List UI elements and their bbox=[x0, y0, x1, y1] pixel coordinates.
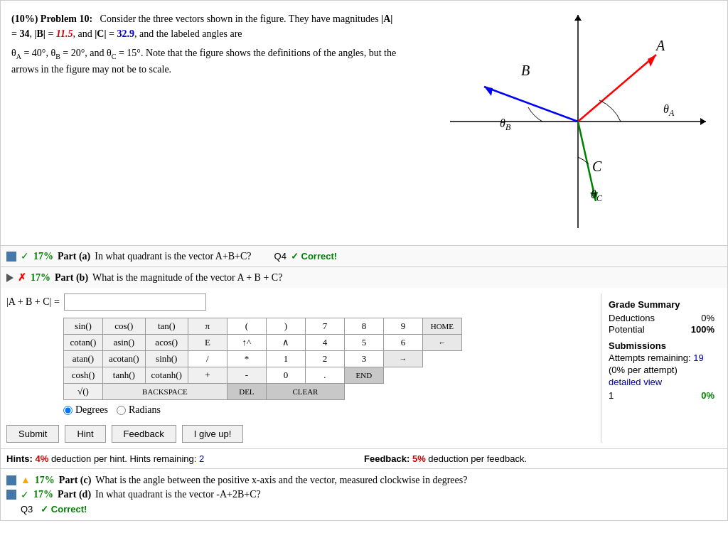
part-b-percent: 17% bbox=[31, 272, 50, 284]
radians-radio[interactable] bbox=[117, 406, 126, 415]
input-row: |A + B + C| = bbox=[6, 294, 601, 311]
potential-value: 100% bbox=[691, 324, 714, 335]
minus-btn[interactable]: - bbox=[227, 367, 266, 384]
svg-text:A: A bbox=[655, 38, 665, 53]
hint-button[interactable]: Hint bbox=[65, 425, 105, 443]
plus-btn[interactable]: + bbox=[188, 367, 227, 384]
svg-line-6 bbox=[484, 87, 578, 122]
part-a-answer-label: Q4 bbox=[274, 251, 287, 262]
part-a-percent: 17% bbox=[33, 251, 53, 262]
rparen-btn[interactable]: ) bbox=[266, 318, 305, 335]
detailed-view-link[interactable]: detailed view bbox=[609, 377, 662, 387]
degrees-radio[interactable] bbox=[63, 406, 73, 415]
part-d-answer-label: Q3 bbox=[21, 504, 33, 515]
detailed-view-row: detailed view bbox=[609, 377, 714, 387]
two-btn[interactable]: 2 bbox=[305, 351, 344, 367]
four-btn[interactable]: 4 bbox=[305, 335, 344, 351]
uparrow-btn[interactable]: ↑^ bbox=[227, 335, 266, 351]
svg-text:B: B bbox=[505, 122, 511, 132]
eight-btn[interactable]: 8 bbox=[344, 318, 383, 335]
part-b-question: What is the magnitude of the vector A + … bbox=[92, 272, 282, 284]
feedback-button[interactable]: Feedback bbox=[112, 425, 176, 443]
acotan-btn[interactable]: acotan() bbox=[103, 351, 146, 367]
submit-button[interactable]: Submit bbox=[6, 425, 59, 443]
right-arrow-btn[interactable]: → bbox=[383, 351, 422, 367]
one-btn[interactable]: 1 bbox=[266, 351, 305, 367]
svg-text:θ: θ bbox=[500, 117, 505, 129]
calc-table: sin() cos() tan() π ( ) 7 8 9 HOME bbox=[63, 318, 462, 400]
svg-text:C: C bbox=[592, 158, 602, 174]
attempts-value[interactable]: 19 bbox=[693, 352, 703, 363]
del-btn[interactable]: DEL bbox=[227, 384, 266, 400]
part-d-icon bbox=[6, 490, 16, 500]
dot-btn[interactable]: . bbox=[305, 367, 344, 384]
six-btn[interactable]: 6 bbox=[383, 335, 422, 351]
cosh-btn[interactable]: cosh() bbox=[64, 367, 103, 384]
part-b-section: ✗ 17% Part (b) What is the magnitude of … bbox=[0, 267, 728, 469]
E-btn[interactable]: E bbox=[188, 335, 227, 351]
backspace-btn[interactable]: BACKSPACE bbox=[103, 384, 228, 400]
part-d-label: Part (d) bbox=[58, 489, 91, 500]
tan-btn[interactable]: tan() bbox=[145, 318, 188, 335]
svg-text:θ: θ bbox=[663, 103, 669, 115]
part-d-checkmark: ✓ bbox=[21, 489, 29, 501]
give-up-button[interactable]: I give up! bbox=[182, 425, 244, 443]
hints-remaining[interactable]: 2 bbox=[199, 453, 204, 464]
home-btn[interactable]: HOME bbox=[422, 318, 461, 335]
three-btn[interactable]: 3 bbox=[344, 351, 383, 367]
potential-row: Potential 100% bbox=[609, 324, 714, 335]
slash-btn[interactable]: / bbox=[188, 351, 227, 367]
attempts-row: Attempts remaining: 19 bbox=[609, 352, 714, 363]
degrees-option[interactable]: Degrees bbox=[63, 404, 108, 416]
grade-summary: Grade Summary Deductions 0% Potential 10… bbox=[601, 294, 722, 443]
deductions-row: Deductions 0% bbox=[609, 313, 714, 323]
tanh-btn[interactable]: tanh() bbox=[103, 367, 146, 384]
cotanh-btn[interactable]: cotanh() bbox=[145, 367, 188, 384]
atan-btn[interactable]: atan() bbox=[64, 351, 103, 367]
vector-diagram: A θ A B θ B C θ C bbox=[407, 8, 720, 235]
clear-btn[interactable]: CLEAR bbox=[266, 384, 344, 400]
cotan-btn[interactable]: cotan() bbox=[64, 335, 103, 351]
part-c-percent: 17% bbox=[35, 475, 55, 486]
part-b-main: |A + B + C| = sin() cos() tan() π ( ) 7 bbox=[6, 294, 601, 443]
radians-option[interactable]: Radians bbox=[117, 404, 161, 416]
hints-text: deduction per hint. Hints remaining: bbox=[51, 453, 199, 464]
part-a-label: Part (a) bbox=[58, 251, 90, 262]
lparen-btn[interactable]: ( bbox=[227, 318, 266, 335]
part-b-label: Part (b) bbox=[55, 272, 88, 284]
submissions-label: Submissions bbox=[609, 340, 714, 351]
svg-marker-5 bbox=[648, 55, 656, 67]
svg-text:θ: θ bbox=[591, 188, 596, 200]
pi-btn[interactable]: π bbox=[188, 318, 227, 335]
part-b-header: ✗ 17% Part (b) What is the magnitude of … bbox=[1, 267, 727, 288]
cos-btn[interactable]: cos() bbox=[103, 318, 146, 335]
nine-btn[interactable]: 9 bbox=[383, 318, 422, 335]
caret-btn[interactable]: ∧ bbox=[266, 335, 305, 351]
action-buttons: Submit Hint Feedback I give up! bbox=[6, 425, 601, 443]
svg-line-4 bbox=[578, 55, 656, 122]
sqrt-btn[interactable]: √() bbox=[64, 384, 103, 400]
end-btn[interactable]: END bbox=[344, 367, 383, 384]
part-b-xmark: ✗ bbox=[18, 271, 26, 284]
part-c-label: Part (c) bbox=[59, 475, 91, 486]
magnitude-input[interactable] bbox=[64, 294, 206, 311]
part-c-icon bbox=[6, 475, 16, 485]
hints-feedback-row: Hints: 4% deduction per hint. Hints rema… bbox=[1, 448, 727, 468]
star-btn[interactable]: * bbox=[227, 351, 266, 367]
asin-btn[interactable]: asin() bbox=[103, 335, 146, 351]
part-c-row: ▲ 17% Part (c) What is the angle between… bbox=[6, 475, 722, 486]
problem-header: (10%) Problem 10: bbox=[11, 14, 92, 24]
acos-btn[interactable]: acos() bbox=[145, 335, 188, 351]
per-attempt-row: (0% per attempt) bbox=[609, 365, 714, 375]
zero-btn[interactable]: 0 bbox=[266, 367, 305, 384]
seven-btn[interactable]: 7 bbox=[305, 318, 344, 335]
sin-btn[interactable]: sin() bbox=[64, 318, 103, 335]
left-arrow-btn[interactable]: ← bbox=[422, 335, 461, 351]
part-c-question: What is the angle between the positive x… bbox=[95, 475, 467, 486]
sinh-btn[interactable]: sinh() bbox=[145, 351, 188, 367]
grade-summary-title: Grade Summary bbox=[609, 299, 714, 310]
svg-marker-7 bbox=[484, 87, 493, 96]
svg-text:C: C bbox=[596, 193, 603, 203]
degrees-label: Degrees bbox=[75, 404, 108, 416]
five-btn[interactable]: 5 bbox=[344, 335, 383, 351]
